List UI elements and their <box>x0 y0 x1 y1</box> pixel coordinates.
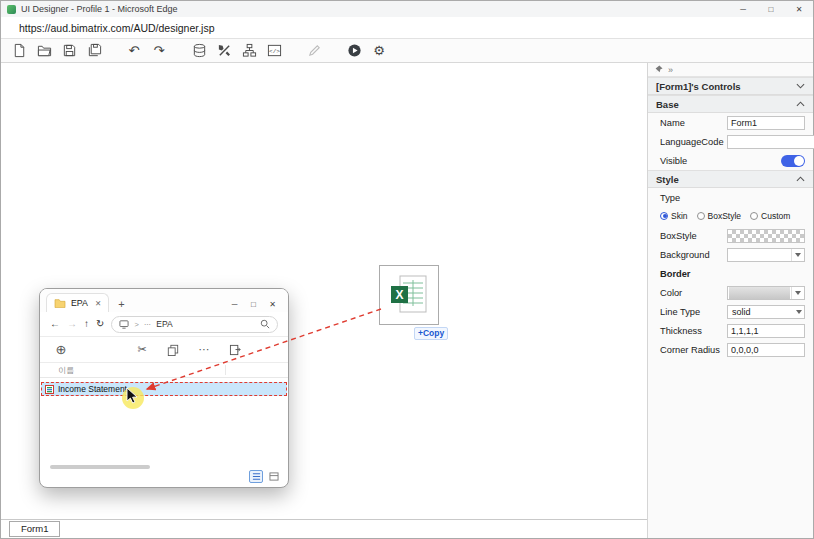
languagecode-label: LanguageCode <box>660 137 724 147</box>
chevron-up-icon <box>796 101 805 107</box>
field-background: Background <box>648 247 813 262</box>
refresh-icon[interactable]: ↻ <box>96 319 104 329</box>
languagecode-input[interactable] <box>727 135 814 149</box>
horizontal-scrollbar[interactable] <box>50 465 150 469</box>
properties-panel: » [Form1]'s Controls Base Name LanguageC… <box>647 63 813 538</box>
tab-form1[interactable]: Form1 <box>9 521 60 537</box>
visible-label: Visible <box>660 156 687 166</box>
section-base-label: Base <box>656 99 679 110</box>
epa-maximize-button[interactable]: □ <box>244 300 263 309</box>
collapse-panel-icon[interactable]: » <box>668 65 673 75</box>
redo-icon[interactable]: ↷ <box>149 41 169 61</box>
epa-file-list: Income Statement <box>40 378 288 461</box>
background-picker[interactable] <box>727 248 805 262</box>
forward-icon[interactable]: → <box>67 319 77 329</box>
line-type-label: Line Type <box>660 307 700 317</box>
sitemap-icon[interactable] <box>239 41 259 61</box>
epa-minimize-button[interactable]: ─ <box>225 300 244 309</box>
line-type-select[interactable]: solid <box>727 305 805 319</box>
breadcrumb-separator: > <box>134 320 138 329</box>
app-icon <box>7 5 16 14</box>
visible-toggle[interactable] <box>781 155 805 167</box>
border-color-picker[interactable] <box>727 286 805 300</box>
corner-radius-input[interactable] <box>727 343 805 357</box>
copy-drag-badge: +Copy <box>414 327 448 340</box>
dataset-icon[interactable] <box>189 41 209 61</box>
field-corner-radius: Corner Radius <box>648 342 813 357</box>
radio-skin[interactable]: Skin <box>660 211 688 221</box>
dropdown-caret-icon <box>796 310 802 314</box>
field-type: Type <box>648 190 813 205</box>
edge-window: UI Designer - Profile 1 - Microsoft Edge… <box>0 0 814 539</box>
url-text[interactable]: https://aud.bimatrix.com/AUD/designer.js… <box>19 22 215 34</box>
thickness-input[interactable] <box>727 324 805 338</box>
section-style[interactable]: Style <box>648 170 813 188</box>
panel-mini-header: » <box>648 63 813 77</box>
design-canvas[interactable]: X +Copy EPA ✕ + <box>1 63 647 519</box>
paste-icon[interactable] <box>226 341 244 359</box>
name-label: Name <box>660 118 685 128</box>
save-all-icon[interactable] <box>84 41 104 61</box>
section-base[interactable]: Base <box>648 95 813 113</box>
details-view-icon[interactable] <box>267 470 281 483</box>
close-button[interactable]: ✕ <box>785 1 813 17</box>
epa-tab-bar: EPA ✕ + ─ □ ✕ <box>40 289 288 312</box>
excel-file-icon: X <box>390 275 428 315</box>
field-thickness: Thickness <box>648 323 813 338</box>
column-header-name[interactable]: 이름 <box>40 363 288 378</box>
new-tab-icon[interactable]: + <box>118 298 124 310</box>
svg-text:</>: </> <box>269 48 280 55</box>
open-folder-icon[interactable] <box>34 41 54 61</box>
list-item-income-statement[interactable]: Income Statement <box>41 382 287 396</box>
drag-drop-target: X <box>379 265 439 325</box>
undo-icon[interactable]: ↶ <box>124 41 144 61</box>
more-icon[interactable]: ⋯ <box>195 341 213 359</box>
controls-dropdown[interactable]: [Form1]'s Controls <box>648 77 813 95</box>
group-border: Border <box>648 266 813 281</box>
breadcrumb[interactable]: > ⋯ EPA <box>111 316 278 333</box>
edit-icon[interactable] <box>304 41 324 61</box>
radio-custom[interactable]: Custom <box>750 211 790 221</box>
new-document-icon[interactable] <box>9 41 29 61</box>
epa-nav-bar: ← → ↑ ↻ > ⋯ EPA <box>40 312 288 337</box>
pin-icon[interactable] <box>654 65 663 74</box>
cut-icon[interactable]: ✂ <box>133 341 151 359</box>
settings-icon[interactable]: ⚙ <box>369 41 389 61</box>
dropdown-caret-icon <box>795 291 801 295</box>
tab-close-icon[interactable]: ✕ <box>95 299 101 308</box>
maximize-button[interactable]: □ <box>757 1 785 17</box>
name-input[interactable] <box>727 116 805 130</box>
save-icon[interactable] <box>59 41 79 61</box>
folder-icon <box>54 298 66 308</box>
background-label: Background <box>660 250 710 260</box>
list-item-label: Income Statement <box>58 384 127 394</box>
boxstyle-swatch[interactable] <box>727 229 805 243</box>
thickness-label: Thickness <box>660 326 702 336</box>
breadcrumb-ellipsis[interactable]: ⋯ <box>144 320 152 329</box>
field-languagecode: LanguageCode ... <box>648 134 813 149</box>
script-icon[interactable]: </> <box>264 41 284 61</box>
minimize-button[interactable]: ─ <box>729 1 757 17</box>
up-icon[interactable]: ↑ <box>84 319 89 329</box>
epa-close-button[interactable]: ✕ <box>263 300 282 309</box>
copy-icon[interactable] <box>164 341 182 359</box>
address-bar[interactable]: https://aud.bimatrix.com/AUD/designer.js… <box>1 17 813 39</box>
form-tab-strip: Form1 <box>1 519 647 538</box>
field-border-color: Color <box>648 285 813 300</box>
list-view-icon[interactable] <box>249 470 263 483</box>
type-label: Type <box>660 193 680 203</box>
controls-dropdown-label: [Form1]'s Controls <box>656 81 741 92</box>
chevron-down-icon <box>796 83 805 89</box>
run-icon[interactable] <box>344 41 364 61</box>
dropdown-caret-icon <box>795 253 801 257</box>
breadcrumb-location[interactable]: EPA <box>156 319 172 329</box>
back-icon[interactable]: ← <box>50 319 60 329</box>
window-title: UI Designer - Profile 1 - Microsoft Edge <box>21 4 178 14</box>
add-icon[interactable]: ⊕ <box>52 341 70 359</box>
corner-radius-label: Corner Radius <box>660 345 720 355</box>
epa-tab[interactable]: EPA ✕ <box>46 293 109 312</box>
designer-toolbar: ↶ ↷ </> ⚙ <box>1 39 813 63</box>
search-icon[interactable] <box>260 319 270 329</box>
tools-icon[interactable] <box>214 41 234 61</box>
radio-boxstyle[interactable]: BoxStyle <box>697 211 742 221</box>
